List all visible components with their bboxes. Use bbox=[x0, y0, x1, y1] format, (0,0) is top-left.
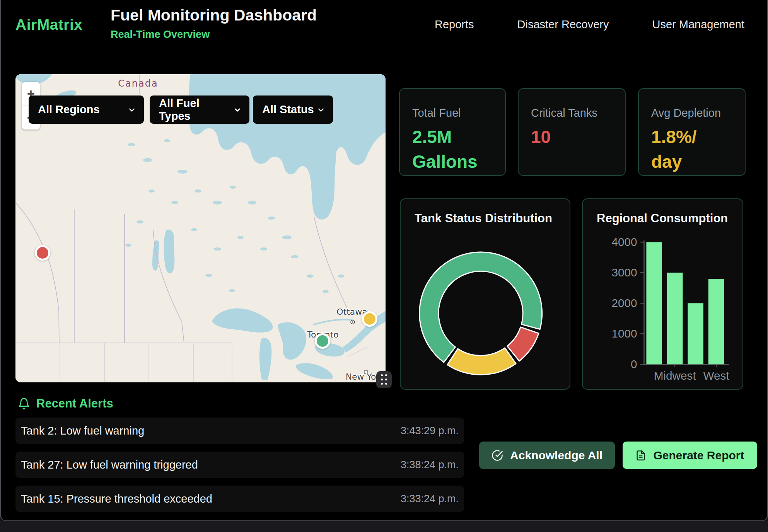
stat-label: Critical Tanks bbox=[531, 107, 597, 119]
acknowledge-all-button[interactable]: Acknowledge All bbox=[479, 442, 615, 469]
stat-value: 1.8%/ day bbox=[651, 124, 697, 174]
alert-row: Tank 2: Low fuel warning 3:43:29 p.m. bbox=[15, 418, 464, 444]
document-icon bbox=[635, 450, 646, 461]
donut-segment-critical bbox=[507, 327, 539, 361]
acknowledge-all-label: Acknowledge All bbox=[510, 449, 602, 462]
bar-1 bbox=[667, 273, 683, 364]
alert-timestamp: 3:38:24 p.m. bbox=[401, 459, 459, 471]
stat-value-line: Gallons bbox=[412, 149, 478, 174]
stat-label: Total Fuel bbox=[412, 107, 461, 119]
bar-2 bbox=[688, 303, 703, 364]
stat-value-line: 1.8%/ bbox=[651, 124, 697, 149]
map-resize-handle[interactable] bbox=[376, 371, 392, 388]
generate-report-button[interactable]: Generate Report bbox=[623, 442, 757, 469]
app-logo: AirMatrix bbox=[15, 16, 83, 33]
bar-0 bbox=[646, 242, 662, 364]
bell-icon bbox=[18, 397, 30, 410]
tank-status-donut-chart bbox=[401, 199, 570, 389]
header: AirMatrix Fuel Monitoring Dashboard Real… bbox=[1, 0, 767, 49]
alert-timestamp: 3:33:24 p.m. bbox=[401, 493, 459, 505]
chevron-down-icon bbox=[128, 106, 136, 114]
check-circle-icon bbox=[492, 450, 503, 461]
alert-row: Tank 27: Low fuel warning triggered 3:38… bbox=[15, 452, 464, 478]
alerts-header: Recent Alerts bbox=[18, 397, 113, 411]
fuel-type-filter-select[interactable]: All Fuel Types bbox=[150, 95, 249, 124]
bar-xtick-label: West bbox=[703, 369, 730, 382]
donut-segment-warning bbox=[447, 348, 516, 375]
generate-report-label: Generate Report bbox=[653, 449, 744, 462]
status-filter-value: All Status bbox=[262, 103, 314, 116]
chevron-down-icon bbox=[233, 106, 242, 114]
alert-message: Tank 15: Pressure threshold exceeded bbox=[21, 493, 212, 505]
bar-ytick-label: 2000 bbox=[612, 297, 637, 309]
region-filter-select[interactable]: All Regions bbox=[29, 95, 144, 124]
stat-card-avg-depletion: Avg Depletion 1.8%/ day bbox=[638, 88, 746, 176]
nav-item-user-management[interactable]: User Management bbox=[652, 18, 744, 31]
stat-value-line: day bbox=[651, 149, 697, 174]
region-filter-value: All Regions bbox=[38, 103, 100, 116]
page-title: Fuel Monitoring Dashboard bbox=[111, 6, 317, 24]
ottawa-town-dot-center bbox=[352, 321, 353, 323]
alert-message: Tank 27: Low fuel warning triggered bbox=[21, 459, 198, 471]
map-label-canada: Canada bbox=[118, 78, 158, 89]
stat-value: 10 bbox=[531, 124, 551, 149]
tank-map[interactable]: Canada Ottawa Toronto New York + − All R… bbox=[15, 74, 386, 382]
chevron-down-icon bbox=[317, 106, 325, 114]
nav-item-disaster-recovery[interactable]: Disaster Recovery bbox=[517, 18, 609, 31]
tank-marker-warning[interactable] bbox=[362, 311, 377, 327]
alert-row: Tank 15: Pressure threshold exceeded 3:3… bbox=[15, 486, 464, 512]
bar-ytick-label: 3000 bbox=[612, 266, 637, 279]
tank-marker-critical[interactable] bbox=[35, 245, 50, 261]
stat-value-line: 2.5M bbox=[412, 124, 478, 149]
bar-ytick-label: 4000 bbox=[612, 235, 637, 248]
fuel-type-filter-value: All Fuel Types bbox=[159, 97, 233, 123]
stat-value: 2.5M Gallons bbox=[412, 124, 478, 174]
stat-value-line: 10 bbox=[531, 124, 551, 149]
window-chrome-bottom bbox=[0, 521, 768, 532]
stat-card-total-fuel: Total Fuel 2.5M Gallons bbox=[399, 88, 506, 176]
page-subtitle: Real-Time Overview bbox=[111, 29, 210, 41]
bar-xtick-label: Midwest bbox=[654, 369, 696, 382]
dashboard: AirMatrix Fuel Monitoring Dashboard Real… bbox=[0, 0, 768, 521]
bar-3 bbox=[708, 279, 724, 364]
stat-label: Avg Depletion bbox=[651, 107, 721, 119]
alert-timestamp: 3:43:29 p.m. bbox=[401, 425, 459, 437]
main-nav: Reports Disaster Recovery User Managemen… bbox=[435, 0, 744, 49]
alerts-title: Recent Alerts bbox=[36, 397, 113, 411]
bar-ytick-label: 0 bbox=[631, 358, 637, 370]
regional-consumption-bar-chart: 01000200030004000MidwestWest bbox=[583, 199, 742, 389]
status-filter-select[interactable]: All Status bbox=[253, 95, 333, 124]
nav-item-reports[interactable]: Reports bbox=[435, 18, 474, 31]
bar-ytick-label: 1000 bbox=[612, 327, 637, 340]
tank-status-chart-card: Tank Status Distribution bbox=[400, 198, 570, 390]
tank-marker-normal[interactable] bbox=[315, 333, 330, 349]
regional-consumption-chart-card: Regional Consumption 01000200030004000Mi… bbox=[582, 198, 743, 390]
stat-card-critical-tanks: Critical Tanks 10 bbox=[518, 88, 626, 176]
alert-message: Tank 2: Low fuel warning bbox=[21, 425, 144, 437]
